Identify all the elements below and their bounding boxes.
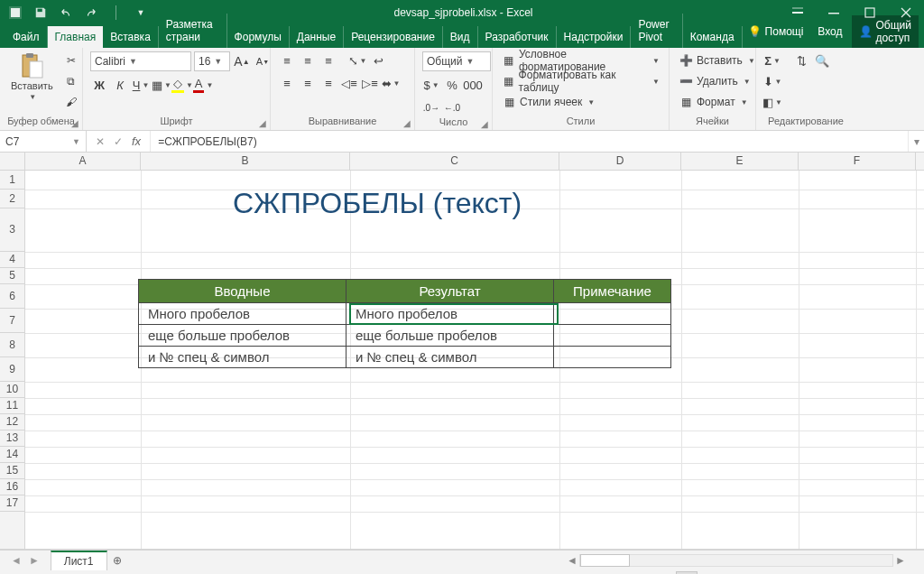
format-table-button[interactable]: ▦Форматировать как таблицу▼ — [500, 72, 661, 90]
inc-decimal-button[interactable]: .0→ — [422, 98, 440, 116]
tab-developer[interactable]: Разработчик — [478, 26, 557, 48]
indent-dec-button[interactable]: ◁≡ — [340, 74, 358, 92]
launcher-icon[interactable]: ◢ — [403, 118, 411, 128]
row-header[interactable]: 7 — [0, 309, 24, 333]
row-header[interactable]: 14 — [0, 447, 24, 463]
horizontal-scrollbar[interactable]: ◄► — [565, 554, 908, 567]
align-top-button[interactable]: ≡ — [278, 51, 296, 69]
row-header[interactable]: 13 — [0, 430, 24, 447]
indent-inc-button[interactable]: ▷≡ — [361, 74, 379, 92]
clear-button[interactable]: ◧▼ — [763, 93, 781, 111]
row-header[interactable]: 6 — [0, 284, 24, 309]
worksheet-grid[interactable]: A B C D E F 1234567891011121314151617 СЖ… — [0, 153, 924, 550]
launcher-icon[interactable]: ◢ — [259, 118, 266, 128]
row-header[interactable]: 10 — [0, 382, 24, 398]
tab-addins[interactable]: Надстройки — [557, 26, 632, 48]
orientation-button[interactable]: ⤡▼ — [348, 51, 366, 69]
row-header[interactable]: 8 — [0, 333, 24, 357]
font-size[interactable]: 16▼ — [194, 51, 230, 71]
grow-font-button[interactable]: A▲ — [233, 52, 251, 70]
wrap-text-button[interactable]: ↩ — [369, 51, 387, 69]
underline-button[interactable]: Ч▼ — [132, 76, 150, 94]
italic-button[interactable]: К — [111, 76, 129, 94]
col-header[interactable]: B — [141, 153, 350, 170]
col-header[interactable]: D — [559, 153, 681, 170]
delete-cells-button[interactable]: ➖Удалить▼ — [677, 72, 753, 90]
row-header[interactable]: 4 — [0, 252, 24, 268]
autosum-button[interactable]: Σ▼ — [763, 51, 781, 69]
row-header[interactable]: 15 — [0, 463, 24, 479]
formula-input[interactable]: =СЖПРОБЕЛЫ(B7) — [151, 131, 908, 152]
tab-insert[interactable]: Вставка — [103, 26, 159, 48]
redo-icon[interactable] — [85, 6, 97, 19]
font-name[interactable]: Calibri▼ — [90, 51, 191, 71]
paste-button[interactable]: Вставить ▼ — [7, 51, 57, 103]
align-center-button[interactable]: ≡ — [299, 74, 317, 92]
undo-icon[interactable] — [60, 6, 72, 19]
fx-icon[interactable]: fx — [132, 134, 141, 148]
fill-button[interactable]: ⬇▼ — [763, 72, 781, 90]
save-icon[interactable] — [34, 6, 47, 19]
bold-button[interactable]: Ж — [90, 76, 108, 94]
align-middle-button[interactable]: ≡ — [299, 51, 317, 69]
row-header[interactable]: 5 — [0, 268, 24, 284]
tab-home[interactable]: Главная — [48, 26, 104, 48]
align-bottom-button[interactable]: ≡ — [319, 51, 337, 69]
sheet-nav-prev[interactable]: ◄ — [11, 554, 22, 567]
tab-formulas[interactable]: Формулы — [227, 26, 290, 48]
insert-cells-button[interactable]: ➕Вставить▼ — [677, 51, 757, 69]
sheet-tab[interactable]: Лист1 — [51, 551, 107, 570]
shrink-font-button[interactable]: A▼ — [254, 52, 272, 70]
qat-dropdown-icon[interactable]: ▼ — [134, 6, 147, 19]
font-color-button[interactable]: A▼ — [194, 76, 212, 94]
fill-color-button[interactable]: ◇▼ — [173, 76, 191, 94]
enter-icon[interactable]: ✓ — [114, 135, 123, 148]
copy-button[interactable]: ⧉ — [62, 72, 80, 90]
row-header[interactable]: 3 — [0, 208, 24, 252]
number-format[interactable]: Общий▼ — [422, 51, 491, 71]
tell-me[interactable]: 💡Помощі — [743, 23, 809, 41]
tab-team[interactable]: Команда — [683, 26, 743, 48]
expand-formula-bar[interactable]: ▾ — [908, 131, 924, 152]
cancel-icon[interactable]: ✕ — [96, 135, 105, 148]
table-icon: ▦ — [502, 74, 515, 88]
align-right-button[interactable]: ≡ — [319, 74, 337, 92]
row-header[interactable]: 11 — [0, 398, 24, 414]
align-left-button[interactable]: ≡ — [278, 74, 296, 92]
row-header[interactable]: 1 — [0, 171, 24, 190]
col-header[interactable]: C — [350, 153, 559, 170]
find-button[interactable]: 🔍 — [813, 51, 831, 69]
format-painter-button[interactable]: 🖌 — [62, 93, 80, 111]
row-header[interactable]: 17 — [0, 495, 24, 512]
sort-filter-button[interactable]: ⇅ — [792, 51, 810, 69]
tab-data[interactable]: Данные — [290, 26, 344, 48]
comma-button[interactable]: 000 — [464, 76, 482, 94]
tab-view[interactable]: Вид — [443, 26, 478, 48]
launcher-icon[interactable]: ◢ — [481, 119, 488, 129]
row-header[interactable]: 16 — [0, 479, 24, 495]
cell-styles-button[interactable]: ▦Стили ячеек▼ — [500, 93, 596, 111]
cond-format-button[interactable]: ▦Условное форматирование▼ — [500, 51, 661, 69]
tab-review[interactable]: Рецензирование — [344, 26, 443, 48]
new-sheet-button[interactable]: ⊕ — [107, 554, 127, 567]
cut-button[interactable]: ✂ — [62, 51, 80, 69]
border-button[interactable]: ▦▼ — [152, 76, 171, 94]
share-button[interactable]: 👤Общий доступ — [852, 15, 919, 48]
sheet-nav-next[interactable]: ► — [29, 554, 40, 567]
accounting-button[interactable]: $▼ — [422, 76, 440, 94]
row-header[interactable]: 12 — [0, 414, 24, 430]
launcher-icon[interactable]: ◢ — [71, 118, 79, 128]
row-header[interactable]: 9 — [0, 357, 24, 382]
dec-decimal-button[interactable]: ←.0 — [443, 98, 461, 116]
format-cells-button[interactable]: ▦Формат▼ — [677, 93, 750, 111]
name-box[interactable]: C7▼ — [0, 131, 87, 152]
percent-button[interactable]: % — [443, 76, 461, 94]
sign-in[interactable]: Вход — [812, 23, 847, 41]
merge-button[interactable]: ⬌▼ — [382, 74, 400, 92]
tab-file[interactable]: Файл — [5, 26, 48, 48]
col-header[interactable]: E — [681, 153, 799, 170]
col-header[interactable]: F — [799, 153, 916, 170]
select-all-corner[interactable] — [0, 153, 25, 170]
row-header[interactable]: 2 — [0, 190, 24, 208]
col-header[interactable]: A — [25, 153, 141, 170]
